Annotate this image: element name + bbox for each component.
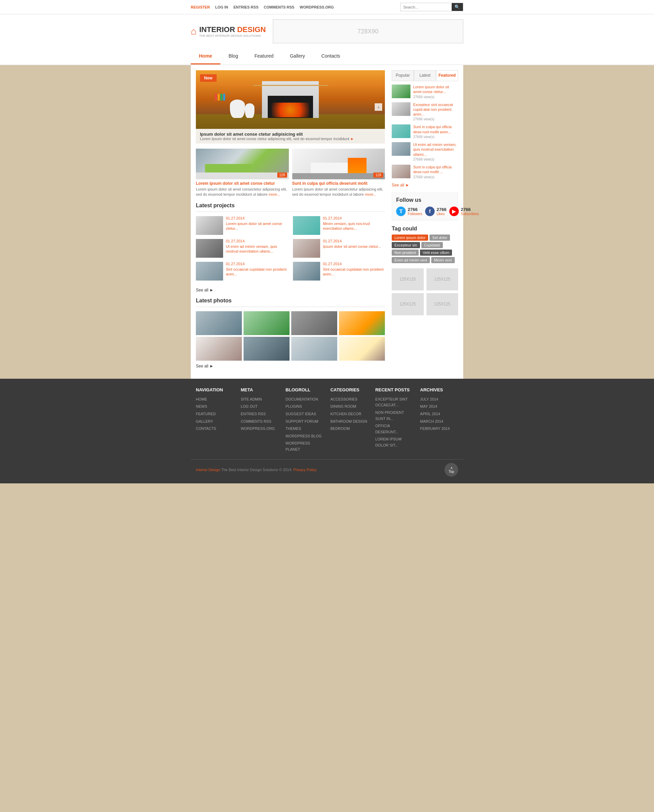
comments-rss-link[interactable]: COMMENTS RSS bbox=[264, 5, 294, 9]
project-title-1[interactable]: Lorem ipsum dolor sit amet conse ctetur.… bbox=[226, 221, 288, 231]
twitter-icon[interactable]: 𝕋 bbox=[396, 207, 406, 216]
footer-privacy-link[interactable]: Privacy Policy bbox=[293, 468, 316, 472]
photo-5[interactable]: ⊕ bbox=[196, 337, 242, 361]
sidebar-post-title-5[interactable]: Sunt in culpa qui officia dese-runt moll… bbox=[413, 165, 458, 175]
footer-march-2014[interactable]: MARCH 2014 bbox=[420, 418, 458, 425]
small-post-more-2[interactable]: more... bbox=[365, 192, 376, 196]
tag-1[interactable]: Lorem ipsum dolor bbox=[392, 234, 428, 241]
search-input[interactable] bbox=[400, 3, 452, 11]
project-title-2[interactable]: Ut enim ad minim veniam, quis nostrud ex… bbox=[226, 244, 288, 254]
photo-6[interactable]: ⊕ bbox=[243, 337, 290, 361]
sidebar-post-views-2: 27666 view(s) bbox=[413, 117, 458, 121]
entries-rss-link[interactable]: ENTRIES RSS bbox=[233, 5, 258, 9]
small-post-title-2[interactable]: Sunt in culpa qui officia deserunt molit bbox=[292, 181, 385, 186]
tag-8[interactable]: Minim veni bbox=[431, 257, 455, 263]
footer-plugins-link[interactable]: PLUGINS bbox=[286, 404, 324, 410]
nav-gallery[interactable]: Gallery bbox=[282, 48, 313, 64]
logo-area: ⌂ INTERIOR DESIGN THE BEST INTERIOR DESI… bbox=[191, 25, 266, 37]
nav-contacts[interactable]: Contacts bbox=[313, 48, 348, 64]
footer-recent-1[interactable]: Excepteur sint occaecat... bbox=[375, 397, 414, 408]
photo-2[interactable]: ⊕ bbox=[243, 311, 290, 335]
project-item-6: 01.27.2014 Sint occaecat cupidatat non p… bbox=[293, 262, 385, 280]
tab-popular[interactable]: Popular bbox=[392, 70, 414, 81]
tab-latest[interactable]: Latest bbox=[414, 70, 436, 81]
nav-home[interactable]: Home bbox=[191, 48, 220, 64]
footer-site-admin-link[interactable]: SITE ADMIN bbox=[241, 397, 279, 403]
hero-read-more[interactable]: ► bbox=[350, 137, 354, 141]
footer-wp-blog-link[interactable]: WORDPRESS BLOG bbox=[286, 433, 324, 440]
tag-4[interactable]: Cupidatat bbox=[421, 242, 443, 248]
nav-blog[interactable]: Blog bbox=[220, 48, 246, 64]
footer-news-link[interactable]: NEWS bbox=[196, 404, 234, 410]
photos-see-all[interactable]: See all ► bbox=[196, 364, 214, 369]
footer-wordpress-org-link[interactable]: WORDPRESS.ORG bbox=[241, 426, 279, 432]
ad-box-1[interactable]: 125X125 bbox=[392, 268, 424, 290]
sidebar-post-title-2[interactable]: Excepteur sint occaecat cupid-atat non p… bbox=[413, 102, 458, 117]
nav-featured[interactable]: Featured bbox=[246, 48, 282, 64]
project-title-4[interactable]: Minim veniam, quis nos-trud exercitation… bbox=[323, 221, 385, 231]
footer-dining-link[interactable]: DINING ROOM bbox=[330, 404, 368, 410]
footer-recent-4[interactable]: Lorem ipsum dolor sit... bbox=[375, 436, 414, 448]
footer-recent-3[interactable]: Officia deserunt... bbox=[375, 423, 414, 435]
navigation: Home Blog Featured Gallery Contacts bbox=[0, 48, 654, 65]
tag-5[interactable]: Non proident bbox=[392, 250, 419, 256]
tag-7[interactable]: Enim ad minim veni bbox=[392, 257, 430, 263]
small-post-more-1[interactable]: more... bbox=[268, 192, 280, 196]
sidebar-post-title-4[interactable]: Ut enim ad minim veniam, quis nostrud ex… bbox=[413, 142, 458, 157]
sidebar-post-title-3[interactable]: Sunt in culpa qui officia dese-runt moll… bbox=[413, 124, 458, 134]
footer-recent-2[interactable]: Non proident sunt in... bbox=[375, 410, 414, 422]
ad-box-3[interactable]: 125X125 bbox=[392, 293, 424, 315]
footer-may-2014[interactable]: MAY 2014 bbox=[420, 404, 458, 410]
small-post-image-1: 128 bbox=[196, 149, 289, 179]
register-link[interactable]: REGISTER bbox=[191, 5, 210, 9]
photo-1[interactable]: ⊕ bbox=[196, 311, 242, 335]
footer-themes-link[interactable]: THEMES bbox=[286, 426, 324, 432]
small-post-title-1[interactable]: Lorem ipsum dolor sit amet conse ctetur bbox=[196, 181, 289, 186]
wordpress-link[interactable]: WORDPRESS.ORG bbox=[300, 5, 334, 9]
footer-entries-rss-link[interactable]: ENTRIES RSS bbox=[241, 411, 279, 417]
footer-home-link[interactable]: HOME bbox=[196, 397, 234, 403]
footer-july-2014[interactable]: JULY 2014 bbox=[420, 397, 458, 403]
sidebar-post-title-1[interactable]: Lorem ipsum dolor sit amet conse ctetur.… bbox=[413, 84, 458, 94]
photo-7[interactable]: ⊕ bbox=[291, 337, 337, 361]
back-to-top-button[interactable]: ∧ Top bbox=[445, 463, 458, 476]
footer-documentation-link[interactable]: DOCUMENTATION bbox=[286, 397, 324, 403]
project-title-5[interactable]: Ipsum dolor sit amet conse ctetur... bbox=[323, 244, 381, 249]
footer-bathroom-link[interactable]: BATHROOM DESIGN bbox=[330, 418, 368, 425]
footer-wp-planet-link[interactable]: WORDPRESS PLANET bbox=[286, 440, 324, 452]
footer-brand-link[interactable]: Interior Design bbox=[196, 468, 220, 472]
facebook-icon[interactable]: f bbox=[425, 207, 435, 216]
footer-featured-link[interactable]: FEATURED bbox=[196, 411, 234, 417]
footer-bedroom-link[interactable]: BEDROOM bbox=[330, 426, 368, 432]
ad-box-2[interactable]: 125X125 bbox=[426, 268, 458, 290]
projects-see-all[interactable]: See all ► bbox=[196, 288, 214, 293]
project-title-6[interactable]: Sint occaecat cupidatat non proident ani… bbox=[323, 267, 385, 277]
tag-6[interactable]: Velit esse cillum bbox=[420, 250, 452, 256]
youtube-icon[interactable]: ▶ bbox=[449, 207, 459, 216]
hero-next-btn[interactable]: › bbox=[375, 103, 382, 111]
tag-3[interactable]: Excepteur sin bbox=[392, 242, 420, 248]
footer-suggest-link[interactable]: SUGGEST IDEAS bbox=[286, 411, 324, 417]
sidebar-see-all[interactable]: See all ► bbox=[392, 183, 410, 187]
footer-kitchen-link[interactable]: KITCHEN DECOR bbox=[330, 411, 368, 417]
footer-log-out-link[interactable]: LOG OUT bbox=[241, 404, 279, 410]
footer-april-2014[interactable]: APRIL 2014 bbox=[420, 411, 458, 417]
tab-featured[interactable]: Featured bbox=[436, 70, 458, 81]
photo-4[interactable]: ⊕ bbox=[339, 311, 385, 335]
footer-february-2014[interactable]: FEBRUARY 2014 bbox=[420, 426, 458, 432]
project-title-3[interactable]: Sint occaecat cupidatat non proident ani… bbox=[226, 267, 288, 277]
follow-us-title: Follow us bbox=[396, 197, 454, 203]
photos-grid: ⊕ ⊕ ⊕ ⊕ ⊕ ⊕ bbox=[196, 311, 385, 361]
photo-8[interactable]: ⊕ bbox=[339, 337, 385, 361]
footer-gallery-link[interactable]: GALLERY bbox=[196, 418, 234, 425]
footer-comments-rss-link[interactable]: COMMENTS RSS bbox=[241, 418, 279, 425]
search-button[interactable]: 🔍 bbox=[452, 3, 463, 11]
project-date-3: 01.27.2014 bbox=[226, 262, 288, 266]
footer-accessories-link[interactable]: ACCESSORIES bbox=[330, 397, 368, 403]
footer-contacts-link[interactable]: CONTACTS bbox=[196, 426, 234, 432]
footer-support-link[interactable]: SUPPORT FORUM bbox=[286, 418, 324, 425]
tag-2[interactable]: Set dolor bbox=[429, 234, 450, 241]
photo-3[interactable]: ⊕ bbox=[291, 311, 337, 335]
login-link[interactable]: LOG IN bbox=[215, 5, 228, 9]
ad-box-4[interactable]: 125X125 bbox=[426, 293, 458, 315]
